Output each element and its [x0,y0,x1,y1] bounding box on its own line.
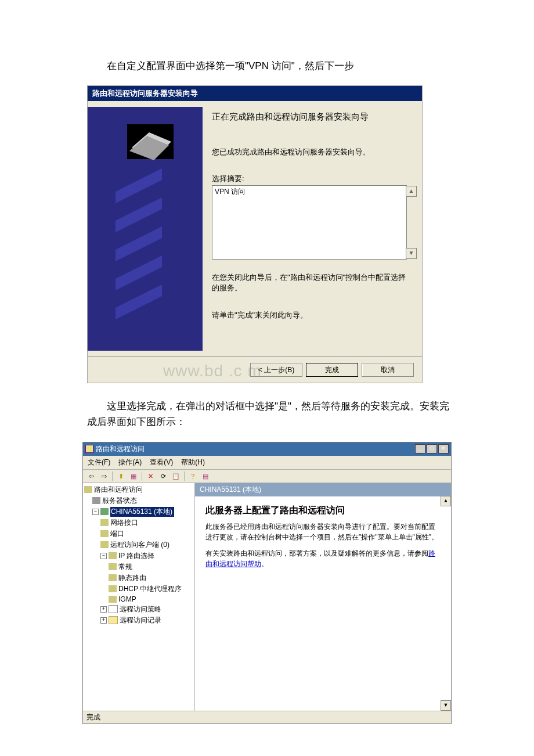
igmp-icon [109,596,117,603]
export-icon[interactable]: 📋 [171,471,181,481]
tree-static[interactable]: 静态路由 [84,573,193,584]
tree-dhcp-relay[interactable]: DHCP 中继代理程序 [84,584,193,595]
tree-remote-policies[interactable]: + 远程访问策略 [84,604,193,615]
router-icon [84,486,92,493]
svg-marker-4 [116,197,162,232]
nav-back-icon[interactable]: ⇦ [86,471,96,481]
content-paragraph-1: 此服务器已经用路由和远程访问服务器安装向导进行了配置。要对当前配置进行更改，请在… [205,521,441,542]
maximize-button[interactable]: □ [427,444,437,453]
after-close-text: 在您关闭此向导后，在"路由和远程访问"控制台中配置选择的服务。 [212,272,407,293]
svg-marker-3 [116,168,162,203]
collapse-icon[interactable]: − [100,553,107,559]
tree-ports[interactable]: 端口 [84,528,193,539]
routing-icon [109,552,117,559]
dhcp-icon [109,585,117,592]
tree-label: 常规 [118,562,132,572]
tree-panel[interactable]: 路由和远程访问 服务器状态 − CHINA55131 (本地) 网络接口 [83,483,195,711]
finish-button[interactable]: 完成 [306,363,358,377]
content-scroll-up-icon[interactable]: ▲ [441,496,451,506]
narrative-paragraph-1: 在自定义配置界面中选择第一项"VPN 访问"，然后下一步 [87,58,459,74]
tree-root-label: 路由和远程访问 [94,485,143,495]
app-icon [85,445,93,453]
tree-label: 静态路由 [118,573,146,583]
minimize-button[interactable]: _ [415,444,425,453]
expand-icon[interactable]: + [100,606,107,613]
summary-textbox[interactable]: VPN 访问 ▲ ▼ [212,185,407,260]
tree-label: 网络接口 [110,518,138,528]
content-heading: 此服务器上配置了路由和远程访问 [205,505,441,517]
tree-label: 远程访问记录 [120,615,161,625]
delete-icon[interactable]: ✕ [146,471,155,481]
tree-root[interactable]: 路由和远程访问 [84,484,193,495]
nic-icon [100,519,109,526]
svg-marker-5 [116,226,162,261]
tree-label: 远程访问策略 [120,604,161,614]
svg-marker-7 [116,285,162,319]
content-p2-pre: 有关安装路由和远程访问，部署方案，以及疑难解答的更多信息，请参阅 [205,549,428,557]
wizard-side-graphic [88,107,203,351]
tree-host[interactable]: − CHINA55131 (本地) [84,506,193,517]
menu-view[interactable]: 查看(V) [150,458,173,467]
back-button[interactable]: < 上一步(B) [250,363,302,377]
tree-label: 远程访问客户端 (0) [110,540,169,550]
scroll-up-icon[interactable]: ▲ [406,186,417,197]
menu-action[interactable]: 操作(A) [118,458,142,467]
menu-bar: 文件(F) 操作(A) 查看(V) 帮助(H) [83,456,451,470]
close-button[interactable]: ✕ [438,444,449,453]
wizard-decoration-icon [116,122,185,331]
toolbar: ⇦ ⇨ ⬆ ▦ ✕ ⟳ 📋 ? ▤ [83,470,451,483]
tree-server-status[interactable]: 服务器状态 [84,495,193,506]
clients-icon [100,541,109,548]
server-icon [100,508,109,515]
tree-label: DHCP 中继代理程序 [118,584,182,594]
watermark-text: www.bd .c m [163,362,262,380]
scroll-down-icon[interactable]: ▼ [406,248,417,259]
content-scroll-down-icon[interactable]: ▼ [441,700,451,711]
console-title-bar: 路由和远程访问 _ □ ✕ [83,442,451,456]
wizard-heading: 正在完成路由和远程访问服务器安装向导 [212,111,407,123]
list-icon[interactable]: ▤ [201,471,210,481]
general-icon [109,563,117,570]
tree-label: IP 路由选择 [118,551,154,561]
status-bar: 完成 [83,711,451,723]
content-panel: CHINA55131 (本地) ▲ 此服务器上配置了路由和远程访问 此服务器已经… [195,483,451,711]
cancel-button[interactable]: 取消 [362,363,414,377]
svg-marker-6 [116,255,162,290]
menu-file[interactable]: 文件(F) [88,458,110,467]
server-status-icon [92,497,100,504]
help-icon[interactable]: ? [188,471,197,481]
expand-icon[interactable]: + [100,617,107,624]
tree-remote-logs[interactable]: + 远程访问记录 [84,615,193,626]
wizard-window: 路由和远程访问服务器安装向导 [87,85,423,383]
menu-help[interactable]: 帮助(H) [181,458,205,467]
content-p2-post: 。 [261,560,268,568]
tree-network-if[interactable]: 网络接口 [84,517,193,528]
properties-icon[interactable]: ▦ [129,471,138,481]
wizard-success-text: 您已成功完成路由和远程访问服务器安装向导。 [212,147,407,157]
port-icon [100,530,109,537]
tree-host-label: CHINA55131 (本地) [110,507,174,517]
tree-remote-clients[interactable]: 远程访问客户端 (0) [84,539,193,550]
static-icon [109,574,117,581]
tree-label: 服务器状态 [102,496,137,506]
tree-ip-routing[interactable]: − IP 路由选择 [84,550,193,561]
policy-icon [109,605,118,613]
collapse-icon[interactable]: − [92,509,99,515]
narrative-paragraph-2: 这里选择完成，在弹出的对话框中选择"是"，然后等待服务的安装完成。安装完成后界面… [87,398,459,430]
summary-value: VPN 访问 [215,188,245,196]
console-title-text: 路由和远程访问 [96,444,145,454]
wizard-title-bar: 路由和远程访问服务器安装向导 [88,86,422,101]
content-paragraph-2: 有关安装路由和远程访问，部署方案，以及疑难解答的更多信息，请参阅路由和远程访问帮… [205,548,441,569]
tree-label: 端口 [110,529,124,539]
content-header: CHINA55131 (本地) [195,483,451,496]
tree-igmp[interactable]: IGMP [84,595,193,604]
folder-icon [109,616,118,624]
tree-label: IGMP [118,595,136,603]
summary-label: 选择摘要: [212,174,407,184]
tree-general[interactable]: 常规 [84,561,193,573]
up-folder-icon[interactable]: ⬆ [116,471,125,481]
console-window: 路由和远程访问 _ □ ✕ 文件(F) 操作(A) 查看(V) 帮助(H) ⇦ … [82,442,452,724]
refresh-icon[interactable]: ⟳ [158,471,168,481]
nav-forward-icon[interactable]: ⇨ [99,471,109,481]
click-finish-text: 请单击"完成"来关闭此向导。 [212,310,407,321]
